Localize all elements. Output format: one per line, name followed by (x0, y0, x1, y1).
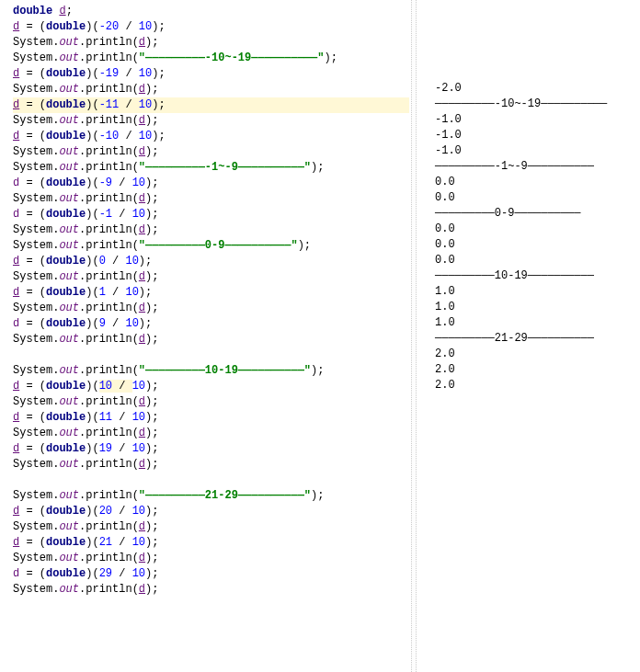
code-line: System.out.println(d); (13, 551, 409, 566)
code-line: double d; (13, 4, 409, 19)
code-line: System.out.println(d); (13, 457, 409, 473)
console-output[interactable]: -2.0 —————————-10~-19—————————— -1.0 -1.… (418, 0, 640, 672)
output-line: -1.0 (435, 112, 633, 128)
code-line: System.out.println("—————————0-9————————… (13, 238, 409, 254)
output-line: 1.0 (435, 284, 633, 300)
code-line: System.out.println(d); (13, 222, 409, 238)
code-line: System.out.println(d); (13, 144, 409, 160)
code-line: System.out.println(d); (13, 269, 409, 285)
code-line: d = (double)(20 / 10); (13, 504, 409, 519)
output-line: -2.0 (435, 81, 633, 97)
code-line: d = (double)(21 / 10); (13, 535, 409, 551)
code-line-highlighted: d = (double)(-11 / 10); (13, 97, 409, 113)
code-line-blank (13, 473, 409, 488)
code-line: System.out.println("—————————21-29——————… (13, 488, 409, 504)
output-line: -1.0 (435, 128, 633, 143)
output-line: 2.0 (435, 378, 633, 393)
output-line: 0.0 (435, 175, 633, 190)
output-line: 0.0 (435, 190, 633, 206)
code-line: System.out.println(d); (13, 301, 409, 316)
code-line: System.out.println("—————————-1~-9——————… (13, 160, 409, 176)
code-line: d = (double)(10 / 10); (13, 379, 409, 394)
output-line: 1.0 (435, 300, 633, 315)
code-line: System.out.println(d); (13, 332, 409, 347)
pane-divider[interactable] (411, 0, 417, 672)
output-line: 0.0 (435, 222, 633, 237)
code-line: d = (double)(-19 / 10); (13, 66, 409, 82)
code-line: System.out.println("—————————10-19——————… (13, 363, 409, 379)
output-line: 0.0 (435, 237, 633, 253)
code-line: d = (double)(11 / 10); (13, 410, 409, 426)
code-line: d = (double)(-20 / 10); (13, 19, 409, 35)
code-line: d = (double)(29 / 10); (13, 566, 409, 582)
code-line: System.out.println(d); (13, 113, 409, 129)
output-line: —————————10-19—————————— (435, 268, 633, 284)
code-line: System.out.println(d); (13, 82, 409, 97)
code-line-blank (13, 347, 409, 363)
code-line: d = (double)(9 / 10); (13, 316, 409, 332)
output-line: 2.0 (435, 347, 633, 362)
output-line: —————————21-29—————————— (435, 331, 633, 347)
code-line: System.out.println(d); (13, 519, 409, 535)
code-line: System.out.println(d); (13, 191, 409, 207)
code-line: d = (double)(-10 / 10); (13, 129, 409, 144)
output-line: —————————0-9—————————— (435, 206, 633, 222)
code-line: System.out.println(d); (13, 426, 409, 441)
output-line: 0.0 (435, 253, 633, 268)
code-line: System.out.println(d); (13, 394, 409, 410)
code-line: System.out.println(d); (13, 582, 409, 598)
code-line: d = (double)(-1 / 10); (13, 207, 409, 222)
output-line: —————————-1~-9—————————— (435, 159, 633, 175)
output-line: 1.0 (435, 315, 633, 331)
code-line: System.out.println("—————————-10~-19————… (13, 51, 409, 66)
code-line: d = (double)(19 / 10); (13, 441, 409, 457)
output-line: -1.0 (435, 143, 633, 159)
code-line: System.out.println(d); (13, 35, 409, 51)
code-line: d = (double)(0 / 10); (13, 254, 409, 269)
output-line: —————————-10~-19—————————— (435, 97, 633, 112)
code-line: d = (double)(-9 / 10); (13, 176, 409, 191)
code-line: d = (double)(1 / 10); (13, 285, 409, 301)
code-editor[interactable]: double d; d = (double)(-20 / 10); System… (0, 0, 409, 672)
output-line: 2.0 (435, 362, 633, 378)
